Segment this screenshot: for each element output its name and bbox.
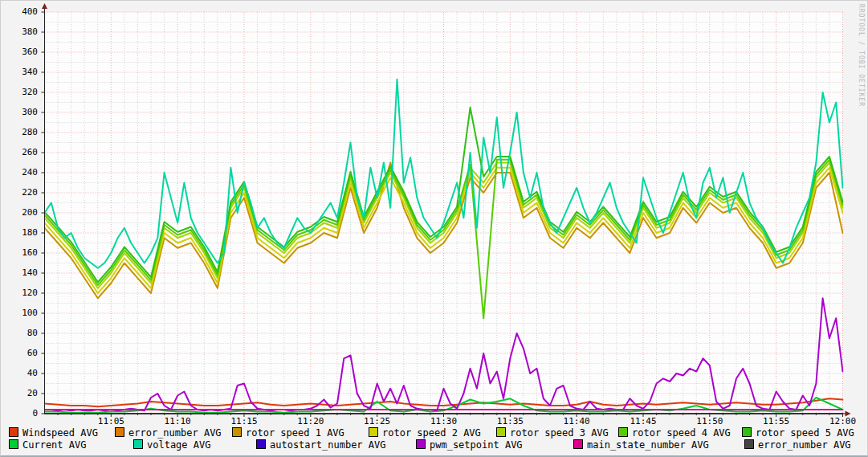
y-axis-label: 180 xyxy=(6,228,38,238)
legend-label: error_number AVG xyxy=(128,427,222,439)
y-axis-label: 280 xyxy=(6,128,38,137)
legend-swatch xyxy=(232,427,242,437)
legend-label: rotor speed 4 AVG xyxy=(632,427,731,439)
y-axis-label: 60 xyxy=(6,349,38,358)
legend-swatch xyxy=(744,439,754,449)
legend-item: autostart_number AVG xyxy=(256,439,386,450)
legend-item: rotor speed 1 AVG xyxy=(232,427,344,438)
legend-label: Windspeed AVG xyxy=(22,427,98,439)
legend-label: rotor speed 2 AVG xyxy=(382,427,481,439)
y-axis-label: 80 xyxy=(6,328,38,338)
y-axis-label: 400 xyxy=(6,7,38,17)
y-axis-label: 340 xyxy=(6,67,38,77)
rrdtool-watermark: RRDTOOL / TOBI OETIKER xyxy=(858,4,865,107)
x-axis-label: 11:15 xyxy=(226,417,263,426)
y-axis-label: 100 xyxy=(6,308,38,318)
y-axis-label: 260 xyxy=(6,148,38,157)
x-axis-label: 11:20 xyxy=(292,417,329,426)
x-axis-label: 11:50 xyxy=(691,417,728,426)
legend-item: rotor speed 4 AVG xyxy=(618,427,731,438)
legend-item: error_number AVG xyxy=(115,427,222,438)
legend-label: error_number AVG xyxy=(758,439,851,451)
legend-label: voltage AVG xyxy=(147,439,210,451)
legend-label: rotor speed 5 AVG xyxy=(756,427,854,439)
y-axis-label: 320 xyxy=(6,88,38,97)
legend-swatch xyxy=(9,427,18,437)
x-axis-label: 11:10 xyxy=(159,417,196,426)
legend-item: rotor speed 5 AVG xyxy=(742,427,854,438)
y-axis-label: 380 xyxy=(6,27,38,37)
y-axis-label: 360 xyxy=(6,47,38,57)
legend-swatch xyxy=(573,439,583,449)
x-axis-label: 11:40 xyxy=(558,417,595,426)
x-axis-label: 11:25 xyxy=(359,417,396,426)
y-axis-label: 20 xyxy=(6,389,38,398)
legend-swatch xyxy=(256,439,266,449)
x-axis-label: 11:55 xyxy=(758,417,795,426)
legend-swatch xyxy=(9,439,18,449)
legend-swatch xyxy=(133,439,143,449)
legend-item: Current AVG xyxy=(9,439,86,450)
legend-label: main_state_number AVG xyxy=(587,439,709,451)
legend-item: Windspeed AVG xyxy=(9,427,98,438)
legend-label: rotor speed 3 AVG xyxy=(510,427,609,439)
legend-label: rotor speed 1 AVG xyxy=(246,427,344,439)
legend-swatch xyxy=(115,427,124,437)
legend-swatch xyxy=(618,427,628,437)
y-axis-label: 240 xyxy=(6,168,38,177)
x-axis-label: 11:05 xyxy=(92,417,129,426)
legend-swatch xyxy=(416,439,426,449)
x-axis-label: 11:45 xyxy=(625,417,662,426)
rrdtool-graph: 0204060801001201401601802002202402602803… xyxy=(0,0,868,457)
legend-item: rotor speed 3 AVG xyxy=(496,427,609,438)
legend-item: pwm_setpoint AVG xyxy=(416,439,523,450)
legend-swatch xyxy=(369,427,378,437)
chart-canvas xyxy=(1,1,868,457)
legend-item: rotor speed 2 AVG xyxy=(369,427,481,438)
legend-swatch xyxy=(742,427,752,437)
legend-swatch xyxy=(496,427,506,437)
y-axis-label: 200 xyxy=(6,208,38,218)
legend-label: pwm_setpoint AVG xyxy=(430,439,523,451)
y-axis-label: 0 xyxy=(6,409,38,418)
y-axis-label: 160 xyxy=(6,248,38,258)
legend-item: error_number AVG xyxy=(744,439,851,450)
legend-label: autostart_number AVG xyxy=(270,439,386,451)
y-axis-label: 300 xyxy=(6,108,38,117)
x-axis-label: 12:00 xyxy=(825,417,862,426)
x-axis-label: 11:35 xyxy=(491,417,528,426)
y-axis-label: 220 xyxy=(6,188,38,198)
y-axis-label: 140 xyxy=(6,268,38,278)
legend-label: Current AVG xyxy=(22,439,86,451)
y-axis-label: 120 xyxy=(6,288,38,298)
x-axis-label: 11:30 xyxy=(426,417,463,426)
y-axis-label: 40 xyxy=(6,369,38,378)
legend-item: voltage AVG xyxy=(133,439,210,450)
legend-item: main_state_number AVG xyxy=(573,439,709,450)
